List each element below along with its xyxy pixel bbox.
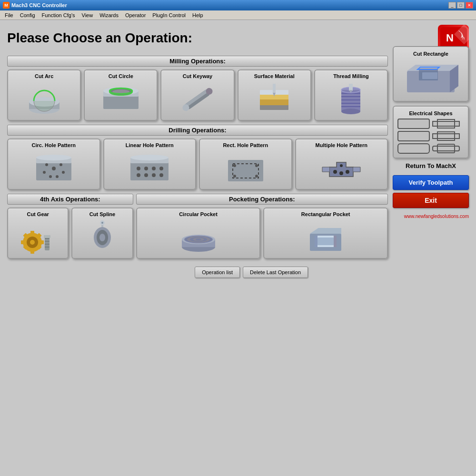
svg-marker-97	[310, 228, 341, 234]
cut-spline-label: Cut Spline	[89, 211, 115, 217]
svg-rect-99	[317, 238, 334, 245]
svg-rect-75	[44, 235, 50, 238]
cut-gear-label: Cut Gear	[27, 211, 49, 217]
cut-gear-card[interactable]: Cut Gear	[7, 208, 69, 259]
drilling-header: Drilling Operations:	[7, 125, 388, 136]
svg-point-39	[49, 175, 52, 178]
svg-rect-30	[349, 84, 353, 91]
menu-wizards[interactable]: Wizards	[97, 11, 121, 19]
linear-hole-pattern-card[interactable]: Linear Hole Pattern	[103, 139, 197, 190]
svg-rect-68	[21, 240, 25, 244]
svg-point-50	[144, 173, 148, 177]
menu-operator[interactable]: Operator	[122, 11, 149, 19]
cut-circle-card[interactable]: Cut Circle	[84, 69, 158, 121]
elec-shape-5	[397, 143, 430, 154]
circ-hole-pattern-label: Circ. Hole Pattern	[32, 142, 76, 148]
multiple-hole-pattern-card[interactable]: Multiple Hole Pattern	[295, 139, 388, 190]
electrical-shapes-grid	[397, 119, 464, 154]
thread-milling-label: Thread Milling	[333, 73, 369, 79]
delete-last-operation-button[interactable]: Delete Last Operation	[243, 267, 308, 278]
svg-rect-108	[422, 72, 437, 79]
rect-hole-pattern-label: Rect. Hole Pattern	[223, 142, 268, 148]
elec-shape-6	[432, 143, 460, 154]
svg-point-52	[159, 173, 163, 177]
svg-point-51	[152, 173, 156, 177]
electrical-shapes-label: Electrical Shapes	[397, 110, 464, 116]
menu-plugin-control[interactable]: PlugIn Control	[149, 11, 188, 19]
multiple-hole-pattern-label: Multiple Hole Pattern	[316, 142, 367, 148]
operation-list-button[interactable]: Operation list	[195, 267, 240, 278]
circular-pocket-label: Circular Pocket	[179, 211, 218, 217]
cut-gear-image	[11, 219, 65, 255]
svg-rect-109	[433, 121, 459, 126]
menu-config[interactable]: Config	[17, 11, 38, 19]
rectangular-pocket-image	[267, 219, 384, 255]
svg-point-23	[341, 109, 360, 114]
milling-section: Milling Operations: Cut Arc	[7, 56, 388, 121]
fourth-axis-header: 4th Axis Operations:	[7, 194, 133, 205]
thread-milling-card[interactable]: Thread Milling	[314, 69, 388, 121]
pocketing-section: Pocketing Operations: Circular Pocket	[136, 194, 388, 263]
cut-keyway-label: Cut Keyway	[183, 73, 212, 79]
svg-point-57	[233, 175, 236, 178]
multiple-hole-pattern-image	[299, 150, 385, 186]
cut-rectangle-image	[397, 59, 464, 97]
surface-material-card[interactable]: Surface Material	[238, 69, 311, 121]
svg-point-36	[60, 163, 62, 166]
verify-toolpath-button[interactable]: Verify Toolpath	[393, 175, 469, 190]
svg-rect-0	[440, 27, 467, 49]
svg-point-62	[339, 171, 343, 175]
circular-pocket-image	[140, 219, 257, 255]
svg-point-59	[333, 170, 337, 174]
svg-rect-100	[315, 236, 317, 247]
cut-rectangle-card[interactable]: Cut Rectangle	[393, 46, 469, 102]
svg-point-49	[137, 173, 140, 177]
milling-header: Milling Operations:	[7, 56, 388, 67]
cut-arc-card[interactable]: Cut Arc	[7, 69, 81, 121]
rectangular-pocket-card[interactable]: Rectangular Pocket	[263, 208, 388, 259]
right-panel: Cut Rectangle	[393, 46, 469, 219]
electrical-shapes-card[interactable]: Electrical Shapes	[393, 106, 469, 159]
page-title: Please Choose an Operation:	[7, 30, 192, 46]
titlebar: M Mach3 CNC Controller _ □ ✕	[0, 0, 476, 10]
menu-view[interactable]: View	[79, 11, 96, 19]
svg-rect-111	[433, 134, 459, 139]
circ-hole-pattern-card[interactable]: Circ. Hole Pattern	[7, 139, 100, 190]
linear-hole-pattern-label: Linear Hole Pattern	[126, 142, 174, 148]
menu-file[interactable]: File	[2, 11, 16, 19]
svg-point-40	[43, 171, 46, 174]
cut-keyway-card[interactable]: Cut Keyway	[160, 69, 234, 121]
svg-point-45	[137, 167, 140, 170]
cut-arc-image	[11, 81, 77, 117]
surface-material-image	[241, 81, 307, 117]
surface-material-label: Surface Material	[254, 73, 295, 79]
svg-point-55	[233, 164, 236, 167]
svg-point-65	[30, 240, 35, 245]
cut-spline-card[interactable]: Cut Spline	[71, 208, 133, 259]
svg-point-38	[56, 175, 59, 178]
svg-point-35	[52, 167, 56, 170]
bottom-sections: 4th Axis Operations: Cut Gear	[7, 194, 388, 263]
fourth-axis-section: 4th Axis Operations: Cut Gear	[7, 194, 133, 263]
menu-function-cfgs[interactable]: Function Cfg's	[39, 11, 78, 19]
pocketing-header: Pocketing Operations:	[136, 194, 388, 205]
maximize-button[interactable]: □	[457, 2, 465, 9]
circular-pocket-card[interactable]: Circular Pocket	[136, 208, 261, 259]
svg-point-34	[36, 155, 71, 160]
svg-point-47	[152, 167, 156, 170]
svg-rect-12	[184, 89, 209, 108]
menu-help[interactable]: Help	[189, 11, 206, 19]
svg-point-61	[346, 170, 349, 174]
thread-milling-image	[318, 81, 384, 117]
rect-hole-pattern-card[interactable]: Rect. Hole Pattern	[199, 139, 292, 190]
minimize-button[interactable]: _	[448, 2, 456, 9]
svg-rect-32	[36, 162, 71, 180]
linear-hole-pattern-image	[107, 150, 193, 186]
svg-rect-69	[40, 240, 44, 244]
window-controls[interactable]: _ □ ✕	[448, 2, 473, 9]
drilling-section: Drilling Operations: Circ. Hole Pattern	[7, 125, 388, 190]
close-button[interactable]: ✕	[466, 2, 473, 9]
exit-button[interactable]: Exit	[393, 193, 469, 208]
svg-point-41	[45, 163, 48, 166]
website-text: www.newfangledsolutions.com	[393, 214, 469, 219]
